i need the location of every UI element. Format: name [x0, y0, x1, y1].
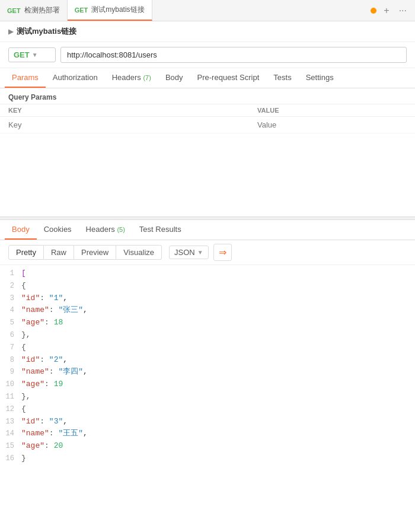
request-name-row: ▶ 测试mybatis链接 — [0, 21, 415, 42]
method-value: GET — [14, 50, 30, 59]
top-tab-bar: GET 检测热部署 GET 测试mybatis链接 + ··· — [0, 0, 415, 21]
line-content: { — [21, 280, 415, 292]
tab2-label: 测试mybatis链接 — [91, 5, 144, 15]
response-tab-headers[interactable]: Headers (5) — [79, 220, 132, 240]
tab-tests[interactable]: Tests — [266, 68, 298, 88]
line-content: "age": 20 — [21, 440, 415, 453]
line-content: "name": "李四", — [21, 366, 415, 378]
arrow-icon: ▶ — [8, 28, 13, 36]
json-line: 2 { — [0, 280, 415, 292]
method-select[interactable]: GET ▼ — [8, 47, 56, 62]
line-content: } — [21, 453, 415, 465]
wrap-button[interactable]: ⇒ — [213, 244, 232, 261]
line-content: "id": "1", — [21, 292, 415, 305]
json-line: 5 "age": 18 — [0, 317, 415, 329]
line-content: { — [21, 403, 415, 416]
response-headers-badge: (5) — [117, 226, 124, 233]
line-number: 10 — [0, 379, 21, 390]
add-tab-button[interactable]: + — [381, 4, 391, 17]
status-dot — [371, 8, 376, 14]
line-number: 13 — [0, 416, 21, 428]
line-number: 12 — [0, 404, 21, 415]
line-number: 2 — [0, 281, 21, 292]
json-viewer: 1[2 {3 "id": "1",4 "name": "张三",5 "age":… — [0, 265, 415, 467]
preview-btn[interactable]: Preview — [74, 245, 116, 260]
raw-btn[interactable]: Raw — [44, 245, 74, 260]
line-number: 15 — [0, 441, 21, 452]
tab-params[interactable]: Params — [5, 68, 46, 88]
col-key: KEY — [0, 104, 249, 117]
tab-prerequest[interactable]: Pre-request Script — [190, 68, 267, 88]
line-number: 16 — [0, 453, 21, 464]
col-value: VALUE — [249, 104, 415, 117]
json-line: 11 }, — [0, 391, 415, 403]
line-content: }, — [21, 329, 415, 342]
line-number: 4 — [0, 305, 21, 316]
tab1-label: 检测热部署 — [24, 5, 60, 15]
json-line: 4 "name": "张三", — [0, 304, 415, 317]
tab1-method: GET — [7, 7, 21, 14]
headers-badge: (7) — [143, 74, 151, 81]
json-line: 8 "id": "2", — [0, 354, 415, 367]
tab-actions: + ··· — [371, 4, 415, 17]
json-line: 12 { — [0, 403, 415, 416]
request-nav-tabs: Params Authorization Headers (7) Body Pr… — [0, 68, 415, 88]
line-number: 1 — [0, 268, 21, 279]
response-tab-body[interactable]: Body — [5, 220, 37, 240]
line-content: "id": "2", — [21, 354, 415, 367]
pretty-btn[interactable]: Pretty — [8, 245, 44, 260]
format-chevron-icon: ▼ — [197, 249, 203, 256]
request-name: 测试mybatis链接 — [17, 26, 76, 37]
line-number: 3 — [0, 293, 21, 304]
json-line: 6 }, — [0, 329, 415, 342]
url-bar: GET ▼ — [0, 42, 415, 68]
line-number: 8 — [0, 355, 21, 366]
line-number: 7 — [0, 342, 21, 353]
line-content: "id": "3", — [21, 416, 415, 428]
tab-authorization[interactable]: Authorization — [46, 68, 105, 88]
tab-body[interactable]: Body — [158, 68, 190, 88]
viewer-toolbar: Pretty Raw Preview Visualize JSON ▼ ⇒ — [0, 240, 415, 265]
line-number: 6 — [0, 330, 21, 341]
key-input[interactable] — [8, 120, 241, 129]
key-input-cell — [0, 117, 249, 133]
json-line: 16 } — [0, 453, 415, 465]
tab-settings[interactable]: Settings — [299, 68, 341, 88]
line-content: "name": "张三", — [21, 304, 415, 317]
json-line: 7 { — [0, 342, 415, 354]
more-tabs-button[interactable]: ··· — [397, 4, 409, 17]
visualize-btn[interactable]: Visualize — [116, 245, 162, 260]
query-params-label: Query Params — [0, 88, 415, 104]
table-row — [0, 117, 415, 133]
tab-jiancerebushuo[interactable]: GET 检测热部署 — [0, 0, 68, 21]
line-number: 11 — [0, 391, 21, 403]
line-content: { — [21, 342, 415, 354]
json-line: 1[ — [0, 267, 415, 280]
url-input[interactable] — [60, 47, 407, 63]
line-number: 9 — [0, 367, 21, 378]
json-line: 3 "id": "1", — [0, 292, 415, 305]
line-content: }, — [21, 391, 415, 403]
line-content: [ — [21, 267, 415, 280]
format-value: JSON — [174, 248, 195, 257]
json-line: 14 "name": "王五", — [0, 428, 415, 440]
tab-testmybatis[interactable]: GET 测试mybatis链接 — [68, 0, 152, 21]
value-input[interactable] — [257, 120, 407, 129]
value-input-cell — [249, 117, 415, 133]
json-line: 9 "name": "李四", — [0, 366, 415, 378]
line-number: 14 — [0, 428, 21, 439]
json-line: 13 "id": "3", — [0, 416, 415, 428]
line-content: "name": "王五", — [21, 428, 415, 440]
json-line: 10 "age": 19 — [0, 378, 415, 391]
line-content: "age": 18 — [21, 317, 415, 329]
chevron-down-icon: ▼ — [32, 52, 38, 58]
tab2-method: GET — [75, 7, 88, 14]
line-content: "age": 19 — [21, 378, 415, 391]
format-select[interactable]: JSON ▼ — [169, 246, 209, 259]
response-nav-tabs: Body Cookies Headers (5) Test Results — [0, 220, 415, 240]
response-tab-testresults[interactable]: Test Results — [132, 220, 189, 240]
tab-headers[interactable]: Headers (7) — [105, 68, 158, 88]
response-tab-cookies[interactable]: Cookies — [37, 220, 79, 240]
json-line: 15 "age": 20 — [0, 440, 415, 453]
params-table: KEY VALUE — [0, 104, 415, 133]
